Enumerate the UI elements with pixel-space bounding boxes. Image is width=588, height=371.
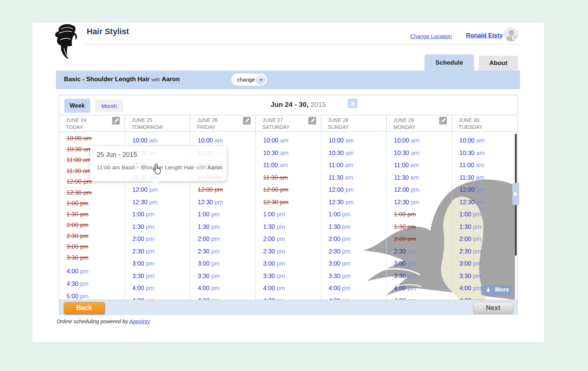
time-slot-200pm[interactable]: 2:00 pm xyxy=(459,235,481,242)
time-slot-130pm[interactable]: 1:30 pm xyxy=(459,223,481,230)
time-slot-1130am[interactable]: 11:30 am xyxy=(459,174,484,181)
week-view-button[interactable]: Week xyxy=(64,99,90,113)
time-slot-300pm[interactable]: 3:00 pm xyxy=(459,260,481,267)
slot-suffix: pm xyxy=(213,199,223,205)
time-slot-330pm[interactable]: 3:30 pm xyxy=(394,273,416,280)
time-slot-130pm[interactable]: 1:30 pm xyxy=(263,223,285,230)
time-slot-1000am[interactable]: 10:00 am xyxy=(263,137,288,144)
time-slot-1130am[interactable]: 11:30 am xyxy=(329,174,354,181)
tab-schedule[interactable]: Schedule xyxy=(424,54,474,71)
slot-suffix: pm xyxy=(275,260,285,267)
next-week-arrow-button[interactable] xyxy=(348,99,357,108)
time-slot-430pm[interactable]: 4:30 pm xyxy=(67,280,89,287)
time-slot-300pm[interactable]: 3:00 pm xyxy=(263,260,285,267)
time-slot-1100am[interactable]: 11:00 am xyxy=(329,162,354,169)
slot-suffix: pm xyxy=(340,235,351,242)
time-slot-400pm[interactable]: 4:00 pm xyxy=(459,285,481,292)
time-slot-1200pm[interactable]: 12:00 pm xyxy=(459,186,485,193)
time-slot-330pm[interactable]: 3:30 pm xyxy=(132,273,154,280)
time-slot-430pm[interactable]: 4:30 pm xyxy=(329,297,351,300)
time-slot-1100am[interactable]: 11:00 am xyxy=(459,162,484,169)
time-slot-1230pm[interactable]: 12:30 pm xyxy=(132,199,158,206)
time-slot-500pm[interactable]: 5:00 pm xyxy=(67,293,89,300)
time-slot-400pm[interactable]: 4:00 pm xyxy=(198,285,220,292)
time-slot-230pm[interactable]: 2:30 pm xyxy=(459,248,481,255)
edit-pencil-icon[interactable] xyxy=(112,117,120,125)
time-slot-230pm[interactable]: 2:30 pm xyxy=(132,248,154,255)
time-slot-1030am[interactable]: 10:30 am xyxy=(459,150,485,156)
time-slot-1000am[interactable]: 10:00 am xyxy=(394,137,419,144)
tab-about[interactable]: About xyxy=(478,56,518,71)
slot-time: 4:00 xyxy=(67,268,78,274)
time-slot-400pm[interactable]: 4:00 pm xyxy=(263,285,285,292)
time-slot-1230pm[interactable]: 12:30 pm xyxy=(459,199,485,206)
time-slot-1100am[interactable]: 11:00 am xyxy=(263,162,288,169)
time-slot-300pm[interactable]: 3:00 pm xyxy=(329,260,351,267)
time-slot-400pm[interactable]: 4:00 pm xyxy=(329,285,351,292)
time-slot-1030am[interactable]: 10:30 am xyxy=(263,150,288,156)
time-slot-130pm[interactable]: 1:30 pm xyxy=(198,223,220,230)
time-slot-200pm[interactable]: 2:00 pm xyxy=(329,235,351,242)
time-slot-200pm[interactable]: 2:00 pm xyxy=(198,235,220,242)
change-location-link[interactable]: Change Location xyxy=(410,33,452,39)
time-slot-100pm[interactable]: 1:00 pm xyxy=(198,211,220,218)
slot-time: 4:30 xyxy=(394,297,406,300)
time-slot-1000am[interactable]: 10:00 am xyxy=(132,137,158,144)
time-slot-300pm[interactable]: 3:00 pm xyxy=(394,260,416,267)
tooltip-pointer xyxy=(152,181,160,185)
time-slot-130pm[interactable]: 1:30 pm xyxy=(132,223,154,230)
edit-pencil-icon[interactable] xyxy=(308,117,316,125)
time-slot-430pm[interactable]: 4:30 pm xyxy=(263,297,285,300)
time-slot-1100am[interactable]: 11:00 am xyxy=(394,162,419,169)
time-slot-430pm[interactable]: 4:30 pm xyxy=(394,297,416,300)
time-slot-430pm[interactable]: 4:30 pm xyxy=(198,297,220,300)
time-slot-300pm[interactable]: 3:00 pm xyxy=(132,260,154,267)
time-slot-330pm[interactable]: 3:30 pm xyxy=(459,273,481,280)
time-slot-1130am[interactable]: 11:30 am xyxy=(394,174,419,181)
time-slot-1000am[interactable]: 10:00 am xyxy=(329,137,354,144)
next-button[interactable]: Next xyxy=(473,302,513,314)
time-slot-230pm[interactable]: 2:30 pm xyxy=(394,248,416,255)
back-button[interactable]: Back xyxy=(64,302,105,314)
time-slot-1230pm[interactable]: 12:30 pm xyxy=(198,199,223,206)
time-slot-200pm[interactable]: 2:00 pm xyxy=(263,235,285,242)
time-slot-1200pm[interactable]: 12:00 pm xyxy=(394,186,419,193)
time-slot-400pm[interactable]: 4:00 pm xyxy=(394,285,416,292)
time-slot-330pm[interactable]: 3:30 pm xyxy=(329,273,351,280)
side-panel-handle[interactable] xyxy=(512,183,519,205)
time-slot-400pm[interactable]: 4:00 pm xyxy=(67,268,89,275)
slot-time: 2:00 xyxy=(198,235,209,242)
time-slot-1030am[interactable]: 10:30 am xyxy=(394,150,419,156)
change-service-button[interactable]: change xyxy=(231,73,267,86)
time-slot-430pm[interactable]: 4:30 pm xyxy=(132,297,154,300)
time-slot-100pm[interactable]: 1:00 pm xyxy=(263,211,285,218)
edit-pencil-icon[interactable] xyxy=(243,117,251,125)
time-slot-1200pm[interactable]: 12:00 pm xyxy=(329,186,354,193)
time-slot-1230pm[interactable]: 12:30 pm xyxy=(394,199,419,206)
user-name-link[interactable]: Ronald Eisty xyxy=(466,32,503,39)
time-slot-100pm[interactable]: 1:00 pm xyxy=(329,211,351,218)
time-slot-1200pm[interactable]: 12:00 pm xyxy=(132,186,158,193)
time-slot-1030am[interactable]: 10:30 am xyxy=(329,150,354,156)
month-view-button[interactable]: Month xyxy=(95,100,123,112)
time-slot-300pm[interactable]: 3:00 pm xyxy=(198,260,220,267)
time-slot-130pm[interactable]: 1:30 pm xyxy=(329,223,351,230)
appointy-link[interactable]: Appointy xyxy=(129,318,150,324)
time-slot-400pm[interactable]: 4:00 pm xyxy=(132,285,154,292)
time-slot-1000am[interactable]: 10:00 am xyxy=(198,137,223,144)
slot-time: 3:30 xyxy=(198,273,209,279)
slot-time: 1:30 xyxy=(198,223,209,230)
time-slot-100pm[interactable]: 1:00 pm xyxy=(132,211,154,218)
user-avatar[interactable]: ? xyxy=(504,28,518,42)
time-slot-230pm[interactable]: 2:30 pm xyxy=(263,248,285,255)
time-slot-100pm[interactable]: 1:00 pm xyxy=(459,211,481,218)
time-slot-330pm[interactable]: 3:30 pm xyxy=(263,273,285,280)
time-slot-200pm[interactable]: 2:00 pm xyxy=(132,235,154,242)
time-slot-1230pm[interactable]: 12:30 pm xyxy=(329,199,354,206)
time-slot-1000am[interactable]: 10:00 am xyxy=(459,137,485,144)
time-slot-230pm[interactable]: 2:30 pm xyxy=(329,248,351,255)
edit-pencil-icon[interactable] xyxy=(439,117,447,125)
time-slot-230pm[interactable]: 2:30 pm xyxy=(198,248,220,255)
time-slot-430pm[interactable]: 4:30 pm xyxy=(459,297,481,300)
time-slot-330pm[interactable]: 3:30 pm xyxy=(198,273,220,280)
